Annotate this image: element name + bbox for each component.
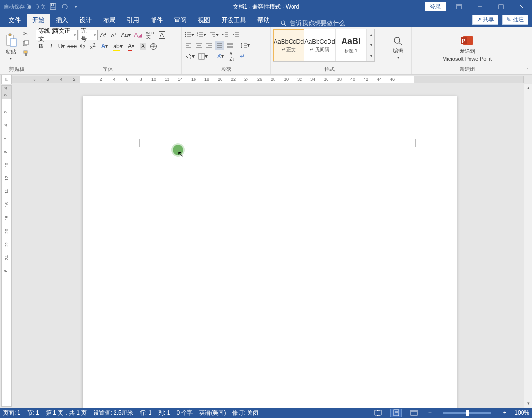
grow-font-button[interactable]: A▴ bbox=[98, 30, 108, 40]
char-border-button[interactable]: A bbox=[157, 30, 167, 40]
scroll-down-icon[interactable]: ▾ bbox=[524, 400, 532, 408]
tab-file[interactable]: 文件 bbox=[3, 14, 27, 27]
tab-mailings[interactable]: 邮件 bbox=[145, 14, 168, 27]
ruler-horizontal[interactable]: 8642246810121416182022242628303234363840… bbox=[12, 76, 524, 83]
page-viewport[interactable]: ↖ bbox=[12, 84, 532, 408]
zoom-out-button[interactable]: − bbox=[426, 409, 433, 416]
superscript-button[interactable]: x2 bbox=[88, 42, 98, 51]
tab-developer[interactable]: 开发工具 bbox=[216, 14, 252, 27]
underline-button[interactable]: U▾ bbox=[57, 42, 66, 51]
zoom-level[interactable]: 100% bbox=[514, 409, 529, 416]
tab-help[interactable]: 帮助 bbox=[252, 14, 275, 27]
align-left-button[interactable] bbox=[184, 41, 193, 50]
tell-me-search[interactable]: 告诉我你想要做什么 bbox=[280, 19, 345, 27]
tab-review[interactable]: 审阅 bbox=[168, 14, 192, 27]
status-line[interactable]: 行: 1 bbox=[140, 409, 151, 417]
send-label-1: 发送到 bbox=[460, 48, 475, 55]
maximize-icon[interactable] bbox=[490, 0, 511, 13]
align-justify-button[interactable] bbox=[215, 41, 224, 50]
ribbon-display-icon[interactable] bbox=[449, 0, 470, 13]
scroll-up-icon[interactable]: ▴ bbox=[524, 84, 532, 92]
paste-button[interactable]: 粘贴 ▾ bbox=[2, 29, 20, 65]
text-effects-button[interactable]: A▾ bbox=[98, 42, 111, 51]
shading-button[interactable]: ▾ bbox=[184, 52, 196, 61]
multilevel-button[interactable]: ▾ bbox=[208, 30, 220, 39]
view-read-button[interactable] bbox=[372, 409, 384, 417]
share-button[interactable]: ↗共享 bbox=[472, 15, 498, 25]
tab-design[interactable]: 设计 bbox=[74, 14, 98, 27]
show-marks-button[interactable]: ↵ bbox=[238, 52, 247, 61]
sort-button[interactable]: AZ↓ bbox=[227, 52, 237, 61]
char-shading-button[interactable]: A bbox=[138, 42, 148, 51]
zoom-slider[interactable] bbox=[443, 412, 491, 414]
status-words[interactable]: 0 个字 bbox=[177, 409, 193, 417]
save-icon[interactable] bbox=[49, 2, 57, 11]
status-lang[interactable]: 英语(美国) bbox=[199, 409, 226, 417]
undo-icon[interactable] bbox=[60, 2, 69, 11]
asian-layout-button[interactable]: ✕̂▾ bbox=[214, 52, 226, 61]
scrollbar-vertical[interactable]: ▴ ▾ bbox=[524, 84, 532, 408]
page-icon bbox=[393, 409, 399, 416]
gallery-expand[interactable]: ▴▾▾ bbox=[367, 29, 374, 61]
tab-layout[interactable]: 布局 bbox=[98, 14, 121, 27]
cut-button[interactable]: ✂ bbox=[21, 29, 30, 38]
decrease-indent-button[interactable] bbox=[221, 30, 230, 39]
status-page[interactable]: 页面: 1 bbox=[3, 409, 20, 417]
web-icon bbox=[410, 410, 418, 416]
font-size-combo[interactable]: 五号 bbox=[79, 30, 98, 40]
status-section[interactable]: 节: 1 bbox=[27, 409, 39, 417]
style-nospacing[interactable]: AaBbCcDd ↵ 无间隔 bbox=[304, 29, 336, 61]
comments-label: 批注 bbox=[513, 16, 524, 24]
editing-button[interactable]: 编辑 ▾ bbox=[390, 29, 406, 66]
styles-gallery[interactable]: AaBbCcDd ↵ 正文 AaBbCcDd ↵ 无间隔 AaBl 标题 1 ▴… bbox=[273, 29, 375, 62]
tab-insert[interactable]: 插入 bbox=[50, 14, 74, 27]
line-spacing-button[interactable]: ▾ bbox=[239, 41, 251, 50]
font-name-combo[interactable]: 等线 (西文正文 bbox=[36, 30, 78, 40]
shrink-font-button[interactable]: A▾ bbox=[109, 30, 118, 40]
clear-format-button[interactable]: A◢ bbox=[133, 30, 143, 40]
change-case-button[interactable]: Aa▾ bbox=[119, 30, 133, 40]
send-to-ppt-button[interactable]: P 发送到 Microsoft PowerPoint bbox=[440, 29, 495, 65]
strikethrough-button[interactable]: abc bbox=[67, 42, 77, 51]
align-right-button[interactable] bbox=[204, 41, 214, 50]
font-color-button[interactable]: A▾ bbox=[125, 42, 137, 51]
style-heading1[interactable]: AaBl 标题 1 bbox=[336, 29, 367, 61]
increase-indent-button[interactable] bbox=[231, 30, 240, 39]
copy-button[interactable] bbox=[21, 39, 30, 48]
ruler-vertical[interactable]: 42246810121416182022246 bbox=[1, 85, 12, 407]
status-setting[interactable]: 设置值: 2.5厘米 bbox=[93, 409, 133, 417]
login-button[interactable]: 登录 bbox=[425, 2, 446, 11]
align-center-button[interactable] bbox=[194, 41, 204, 50]
close-icon[interactable] bbox=[511, 0, 532, 13]
status-track[interactable]: 修订: 关闭 bbox=[232, 409, 258, 417]
zoom-in-button[interactable]: + bbox=[501, 409, 508, 416]
borders-button[interactable]: ▾ bbox=[197, 52, 209, 61]
tab-view[interactable]: 视图 bbox=[192, 14, 216, 27]
tab-references[interactable]: 引用 bbox=[121, 14, 145, 27]
bullets-button[interactable]: ▾ bbox=[184, 30, 195, 39]
qat-more-icon[interactable]: ▾ bbox=[71, 2, 80, 11]
minimize-icon[interactable] bbox=[470, 0, 490, 13]
svg-rect-17 bbox=[25, 53, 27, 56]
bold-button[interactable]: B bbox=[36, 42, 45, 51]
view-web-button[interactable] bbox=[408, 409, 420, 417]
numbering-button[interactable]: 123▾ bbox=[196, 30, 207, 39]
tab-home[interactable]: 开始 bbox=[27, 14, 50, 27]
style-normal[interactable]: AaBbCcDd ↵ 正文 bbox=[273, 29, 304, 61]
enclose-char-button[interactable]: 字 bbox=[149, 42, 158, 51]
tab-selector[interactable]: L bbox=[1, 75, 12, 84]
highlight-button[interactable]: ab▾ bbox=[112, 42, 124, 51]
collapse-ribbon-button[interactable]: ˄ bbox=[523, 27, 532, 74]
distributed-button[interactable] bbox=[225, 41, 235, 50]
subscript-button[interactable]: x2 bbox=[78, 42, 87, 51]
format-painter-button[interactable] bbox=[21, 49, 30, 58]
svg-rect-12 bbox=[9, 34, 11, 36]
comments-button[interactable]: ✎批注 bbox=[502, 15, 528, 25]
status-pages[interactable]: 第 1 页，共 1 页 bbox=[46, 409, 87, 417]
italic-button[interactable]: I bbox=[46, 42, 56, 51]
status-col[interactable]: 列: 1 bbox=[158, 409, 170, 417]
page[interactable]: ↖ bbox=[83, 96, 457, 408]
view-print-button[interactable] bbox=[390, 409, 402, 417]
autosave-control[interactable]: 自动保存 关 bbox=[4, 3, 46, 10]
phonetic-guide-button[interactable]: wen文 bbox=[144, 30, 156, 40]
